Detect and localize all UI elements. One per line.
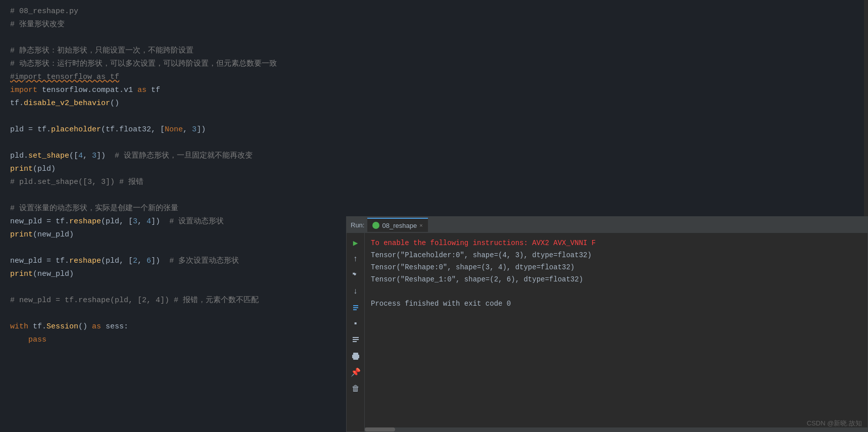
- run-button[interactable]: ▶: [349, 236, 363, 250]
- svg-rect-2: [353, 339, 359, 340]
- code-line-10: pld = tf.placeholder(tf.float32, [None, …: [0, 123, 672, 136]
- code-text: tensorflow.compat.v1: [37, 84, 137, 97]
- output-line-2: Tensor("Placeholder:0", shape=(4, 3), dt…: [371, 249, 861, 261]
- comment: # 设置静态形状，一旦固定就不能再改变: [115, 150, 253, 163]
- function-name: disable_v2_behavior: [24, 97, 110, 110]
- code-line-13: print(pld): [0, 163, 672, 176]
- code-text: (new_pld): [33, 268, 74, 281]
- function-name: Session: [46, 320, 78, 333]
- run-scrollbar[interactable]: [365, 427, 867, 431]
- run-scrollbar-thumb[interactable]: [365, 427, 395, 431]
- code-text: (pld): [33, 163, 56, 176]
- tab-close-button[interactable]: ×: [419, 222, 422, 228]
- code-indent: [10, 333, 28, 347]
- output-line-6: Process finished with exit code 0: [371, 298, 861, 310]
- output-line-3: Tensor("Reshape:0", shape=(3, 4), dtype=…: [371, 261, 861, 273]
- run-toolbar: ▶ ↑ ↓ ▪: [347, 233, 365, 431]
- code-text: tf.: [10, 97, 24, 110]
- scroll-up-button[interactable]: ↑: [349, 252, 363, 266]
- code-line-15: [0, 189, 672, 202]
- rerun-button[interactable]: [349, 301, 363, 315]
- code-text: ]): [151, 255, 169, 268]
- code-line-2: # 张量形状改变: [0, 18, 672, 31]
- number: 6: [147, 255, 151, 268]
- run-tab-bar: Run: 08_reshape ×: [347, 217, 867, 233]
- code-text: ,: [183, 123, 192, 136]
- comment: # 08_reshape.py: [10, 5, 78, 18]
- comment: # 静态形状：初始形状，只能设置一次，不能跨阶设置: [10, 44, 194, 58]
- keyword-as: as: [137, 84, 147, 97]
- code-text: ,: [137, 215, 147, 228]
- squiggle-comment: #import tensorflow as tf: [10, 71, 119, 84]
- code-text: new_pld = tf.: [10, 255, 69, 268]
- code-text: ]): [197, 123, 206, 136]
- output-line-4: Tensor("Reshape_1:0", shape=(2, 6), dtyp…: [371, 273, 861, 285]
- code-line-6: #import tensorflow as tf: [0, 71, 672, 84]
- code-text: tf: [147, 84, 160, 97]
- run-body: ▶ ↑ ↓ ▪: [347, 233, 867, 431]
- code-line-5: # 动态形状：运行时的形状，可以多次设置，可以跨阶设置，但元素总数要一致: [0, 58, 672, 71]
- scroll-down-button[interactable]: ↓: [349, 284, 363, 299]
- code-text: (new_pld): [33, 228, 74, 242]
- code-line-14: # pld.set_shape([3, 3]) # 报错: [0, 176, 672, 189]
- comment: # new_pld = tf.reshape(pld, [2, 4]) # 报错…: [10, 294, 259, 307]
- delete-button[interactable]: 🗑: [349, 381, 363, 396]
- comment: # 张量形状改变: [10, 18, 65, 31]
- output-line-1: To enable the following instructions: AV…: [371, 237, 861, 249]
- print-button[interactable]: [349, 349, 363, 363]
- comment: # 设置动态形状: [169, 215, 224, 228]
- code-text: (pld, [: [101, 255, 133, 268]
- code-line-16: # 设置张量的动态形状，实际是创建一个新的张量: [0, 202, 672, 215]
- code-line-8: tf.disable_v2_behavior(): [0, 97, 672, 110]
- svg-rect-6: [353, 357, 358, 360]
- function-name: reshape: [69, 215, 101, 228]
- code-text: (): [110, 97, 119, 110]
- svg-rect-1: [353, 337, 359, 338]
- comment: # pld.set_shape([3, 3]) # 报错: [10, 176, 143, 189]
- code-text: ([: [69, 150, 78, 163]
- code-line-4: # 静态形状：初始形状，只能设置一次，不能跨阶设置: [0, 44, 672, 58]
- code-text: ]): [151, 215, 169, 228]
- run-output[interactable]: To enable the following instructions: AV…: [365, 233, 867, 431]
- function-name: print: [10, 228, 33, 242]
- output-line-5: [371, 285, 861, 298]
- settings-button[interactable]: [349, 268, 363, 282]
- code-text: (pld, [: [101, 215, 133, 228]
- code-text: (tf.float32, [: [101, 123, 165, 136]
- code-text: ,: [83, 150, 92, 163]
- number: 4: [147, 215, 151, 228]
- function-name: set_shape: [28, 150, 69, 163]
- code-text: (): [78, 320, 92, 333]
- number: 3: [92, 150, 97, 163]
- run-tab[interactable]: 08_reshape ×: [367, 218, 427, 232]
- python-icon: [372, 222, 379, 229]
- run-panel: Run: 08_reshape × ▶ ↑ ↓ ▪: [346, 216, 868, 432]
- number: 3: [192, 123, 197, 136]
- svg-point-0: [354, 274, 356, 275]
- code-text: pld.: [10, 150, 28, 163]
- function-name: reshape: [69, 255, 101, 268]
- keyword-with: with: [10, 320, 28, 333]
- code-line-3: [0, 31, 672, 44]
- watermark: CSDN @新晓.故知: [807, 419, 862, 428]
- function-name: print: [10, 163, 33, 176]
- tab-name: 08_reshape: [382, 222, 417, 229]
- comment: # 多次设置动态形状: [169, 255, 239, 268]
- number: 2: [133, 255, 137, 268]
- code-text: ,: [137, 255, 147, 268]
- keyword-pass: pass: [28, 333, 46, 347]
- code-line-1: # 08_reshape.py: [0, 5, 672, 18]
- number: 3: [133, 215, 137, 228]
- comment: # 动态形状：运行时的形状，可以多次设置，可以跨阶设置，但元素总数要一致: [10, 58, 277, 71]
- svg-rect-3: [353, 341, 357, 342]
- pin-button[interactable]: [349, 333, 363, 347]
- code-line-11: [0, 136, 672, 150]
- code-line-7: import tensorflow.compat.v1 as tf: [0, 84, 672, 97]
- code-line-9: [0, 110, 672, 123]
- keyword-none: None: [165, 123, 183, 136]
- pin2-button[interactable]: 📌: [349, 365, 363, 379]
- run-label: Run:: [351, 221, 364, 229]
- code-line-12: pld.set_shape([4, 3]) # 设置静态形状，一旦固定就不能再改…: [0, 150, 672, 163]
- comment: # 设置张量的动态形状，实际是创建一个新的张量: [10, 202, 178, 215]
- stop-button[interactable]: ▪: [349, 317, 363, 331]
